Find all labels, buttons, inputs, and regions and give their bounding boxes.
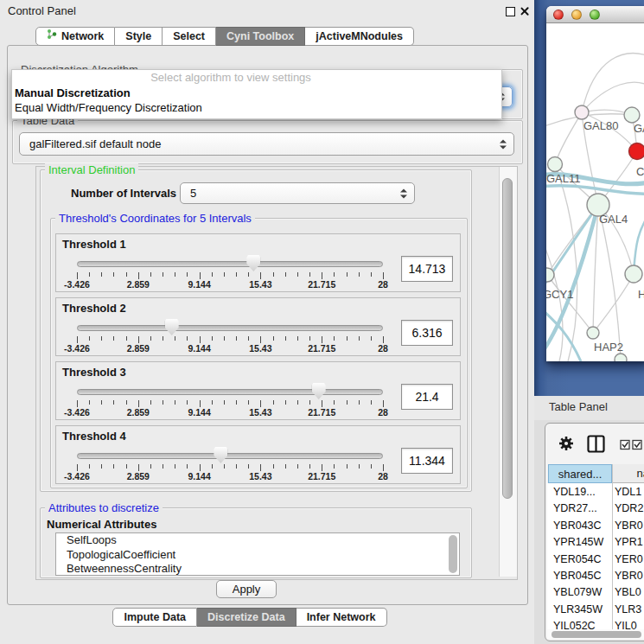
table-row[interactable]: YPR145WYPR1 (547, 533, 644, 551)
threshold-panel-3: Threshold 3-3.4262.8599.14415.4321.71528… (55, 361, 461, 420)
minimize-traffic-light-icon[interactable] (571, 10, 582, 20)
tab-label: Style (125, 28, 151, 45)
attribute-list-item[interactable]: TopologicalCoefficient (56, 548, 459, 563)
tick-label: -3.426 (51, 343, 103, 354)
float-window-icon[interactable] (506, 7, 515, 16)
tick-mark (285, 464, 286, 469)
cell-name[interactable]: YDR2 (615, 500, 643, 517)
algorithm-option[interactable]: Equal Width/Frequency Discretization (12, 100, 501, 115)
group-title: Interval Definition (45, 163, 138, 176)
table-data-select[interactable]: galFiltered.sif default node (19, 132, 514, 156)
numerical-attributes-list[interactable]: SelfLoopsTopologicalCoefficientBetweenne… (55, 532, 460, 576)
node-right-h[interactable] (625, 265, 642, 283)
tick-mark (359, 400, 360, 405)
table-row[interactable]: YDR27...YDR2 (547, 500, 644, 517)
cell-shared-name[interactable]: YER054C (553, 551, 602, 568)
node-bottom-partial[interactable] (615, 354, 627, 361)
table-row[interactable]: YBR043CYBR0 (547, 517, 644, 534)
tick-mark (260, 464, 261, 471)
column-layout-icon[interactable] (587, 435, 605, 456)
node-label: GA (634, 122, 644, 135)
scrollbar-thumb[interactable] (552, 631, 641, 638)
list-scrollbar[interactable] (449, 535, 457, 573)
tick-mark (224, 272, 225, 277)
apply-button[interactable]: Apply (216, 580, 277, 598)
threshold-slider-thumb[interactable] (312, 383, 326, 399)
table-row[interactable]: YDL19...YDL1 (547, 483, 644, 501)
table-row[interactable]: YBR045CYBR0 (547, 567, 644, 584)
zoom-traffic-light-icon[interactable] (590, 10, 600, 20)
horizontal-scrollbar[interactable] (547, 629, 644, 639)
table-row[interactable]: YER054CYER0 (547, 551, 644, 568)
threshold-value-field[interactable]: 11.344 (401, 448, 453, 474)
tick-mark (334, 464, 335, 469)
column-header-name[interactable]: na (613, 464, 644, 483)
close-traffic-light-icon[interactable] (553, 10, 564, 20)
tick-mark (175, 400, 175, 405)
cell-name[interactable]: YDL1 (615, 483, 641, 501)
cell-shared-name[interactable]: YPR145W (553, 533, 603, 551)
attribute-list-item[interactable]: BetweennessCentrality (56, 562, 459, 576)
tick-mark (212, 400, 213, 405)
attribute-list-item[interactable]: SelfLoops (56, 533, 459, 548)
bottom-tab-infer-network[interactable]: Infer Network (296, 608, 387, 627)
cell-shared-name[interactable]: YBR043C (553, 517, 602, 534)
node-top-right[interactable] (624, 107, 640, 123)
cell-shared-name[interactable]: YBR045C (553, 567, 602, 584)
node-gal80[interactable] (575, 105, 589, 119)
cell-name[interactable]: YBR0 (615, 517, 643, 534)
threshold-slider-track[interactable] (77, 325, 383, 331)
bottom-tab-impute-data[interactable]: Impute Data (112, 608, 197, 627)
cell-shared-name[interactable]: YIL052C (553, 617, 596, 629)
number-of-intervals-select[interactable]: 5 (180, 182, 415, 204)
threshold-value-field[interactable]: 14.713 (401, 256, 453, 282)
table-row[interactable]: YLR345WYLR3 (547, 601, 644, 618)
threshold-slider-thumb[interactable] (246, 255, 260, 271)
node-selected-red[interactable] (629, 143, 644, 160)
close-icon[interactable] (520, 6, 530, 16)
tick-mark (212, 464, 213, 469)
tick-mark (297, 464, 298, 469)
tab-select[interactable]: Select (163, 27, 216, 46)
node-hap2[interactable] (587, 327, 599, 339)
threshold-slider-thumb[interactable] (214, 447, 227, 463)
tab-style[interactable]: Style (115, 27, 163, 46)
table-row[interactable]: YIL052CYIL0 (547, 617, 644, 629)
threshold-value-field[interactable]: 6.316 (401, 320, 453, 346)
cell-name[interactable]: YLR3 (615, 601, 641, 618)
algorithm-option[interactable]: Manual Discretization (12, 86, 501, 100)
settings-gear-icon[interactable] (558, 436, 574, 454)
select-columns-checkboxes-icon[interactable] (620, 439, 643, 453)
network-window-titlebar[interactable] (546, 6, 644, 23)
threshold-slider-track[interactable] (77, 261, 383, 267)
vertical-scrollbar[interactable] (499, 167, 517, 577)
cell-shared-name[interactable]: YBL079W (553, 583, 602, 601)
cell-name[interactable]: YPR1 (615, 533, 643, 551)
tick-mark (163, 336, 163, 341)
cell-shared-name[interactable]: YLR345W (553, 601, 603, 618)
scrollbar-thumb[interactable] (502, 178, 513, 499)
cell-name[interactable]: YBL0 (615, 583, 641, 601)
network-canvas[interactable]: GAL80GACGAL11GAL4GCY1HHAP2 (546, 23, 644, 361)
cell-shared-name[interactable]: YDR27... (553, 500, 597, 517)
tab-cyni-toolbox[interactable]: Cyni Toolbox (216, 27, 305, 46)
cell-name[interactable]: YIL0 (615, 617, 637, 629)
node-gcy1[interactable] (546, 268, 554, 282)
cell-name[interactable]: YER0 (615, 551, 643, 568)
column-header-shared-name[interactable]: shared... (548, 464, 612, 483)
cell-name[interactable]: YBR0 (615, 567, 643, 584)
threshold-label: Threshold 4 (62, 430, 126, 443)
threshold-slider-thumb[interactable] (165, 319, 179, 335)
bottom-tab-discretize-data[interactable]: Discretize Data (197, 608, 296, 627)
tick-mark (371, 464, 372, 469)
tick-mark (187, 272, 188, 277)
tab-jactivemnodules[interactable]: jActiveMNodules (305, 27, 414, 46)
threshold-slider-track[interactable] (77, 389, 383, 395)
threshold-slider-track[interactable] (77, 453, 383, 459)
cell-shared-name[interactable]: YDL19... (553, 483, 596, 501)
table-row[interactable]: YBL079WYBL0 (547, 583, 644, 601)
node-gal11[interactable] (548, 157, 563, 172)
tab-network[interactable]: Network (35, 27, 115, 46)
tick-mark (101, 400, 102, 405)
threshold-value-field[interactable]: 21.4 (401, 384, 453, 410)
